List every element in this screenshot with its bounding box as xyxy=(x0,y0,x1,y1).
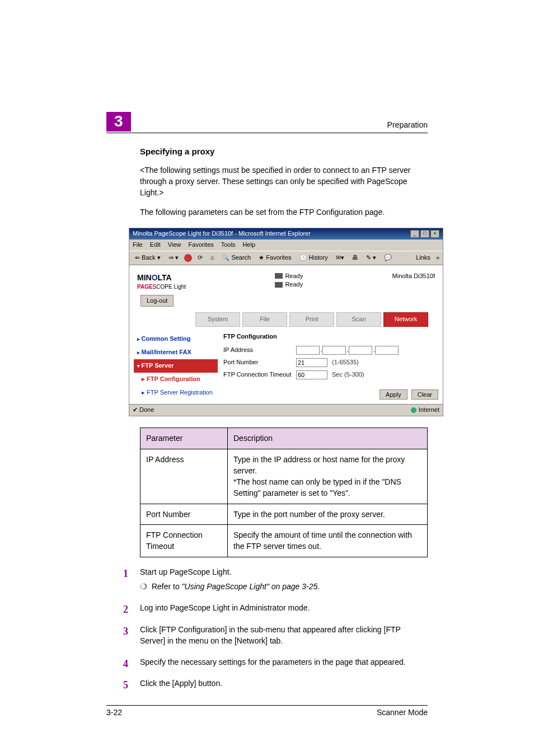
steps-list: Start up PageScope Light. Refer to "Usin… xyxy=(123,566,428,689)
table-row: FTP Connection Timeout Specify the amoun… xyxy=(140,525,428,557)
model-label: Minolta Di3510f xyxy=(392,272,435,281)
step-5: Click the [Apply] button. xyxy=(123,678,428,689)
timeout-hint: Sec (5-300) xyxy=(332,370,364,379)
tab-print[interactable]: Print xyxy=(289,312,334,327)
ip-octet-2[interactable] xyxy=(322,346,346,355)
section-heading: Specifying a proxy xyxy=(140,145,428,158)
cell-param: FTP Connection Timeout xyxy=(140,525,228,557)
port-number-label: Port Number xyxy=(223,358,296,367)
printer-icon xyxy=(275,273,283,279)
favorites-button[interactable]: ★ Favorites xyxy=(256,253,293,263)
menu-bar: File Edit View Favorites Tools Help xyxy=(129,240,443,251)
menu-favorites[interactable]: Favorites xyxy=(189,241,214,248)
footer-section: Scanner Mode xyxy=(377,708,428,717)
form-area: FTP Configuration IP Address . . . Port … xyxy=(223,332,438,400)
ip-octet-1[interactable] xyxy=(296,346,320,355)
brand-logo: MINOLTA xyxy=(137,272,186,283)
discuss-icon[interactable]: 💬 xyxy=(382,253,394,263)
table-row: IP Address Type in the IP address or hos… xyxy=(140,449,428,504)
links-chevron-icon[interactable]: » xyxy=(436,253,439,262)
menu-tools[interactable]: Tools xyxy=(221,241,236,248)
window-titlebar: Minolta PageScope Light for Di3510f - Mi… xyxy=(129,228,443,240)
cell-desc: Type in the port number of the proxy ser… xyxy=(228,504,428,524)
status-left: ✔ Done xyxy=(133,406,154,415)
home-icon[interactable]: ⌂ xyxy=(208,253,217,263)
sidebar-item-ftp-server[interactable]: FTP Server xyxy=(134,359,218,373)
step-3: Click [FTP Configuration] in the sub-men… xyxy=(123,624,428,647)
tabs: System File Print Scan Network xyxy=(195,312,438,327)
chapter-title: Preparation xyxy=(387,120,428,132)
menu-view[interactable]: View xyxy=(168,241,181,248)
logout-button[interactable]: Log-out xyxy=(140,295,174,307)
close-icon[interactable]: × xyxy=(430,230,439,238)
menu-file[interactable]: File xyxy=(133,241,143,248)
ip-address-label: IP Address xyxy=(223,346,296,355)
intro-2: The following parameters can be set from… xyxy=(140,206,428,218)
globe-icon xyxy=(411,407,416,413)
sidebar-item-mail[interactable]: Mail/Internet FAX xyxy=(134,346,218,359)
timeout-label: FTP Connection Timeout xyxy=(223,370,296,379)
port-number-input[interactable] xyxy=(296,358,327,367)
stop-icon[interactable] xyxy=(184,254,192,262)
cell-desc: Type in the IP address or host name for … xyxy=(228,449,428,504)
window-controls: _ □ × xyxy=(410,230,439,238)
status-block: Ready Ready xyxy=(275,272,303,289)
sidebar-item-ftp-reg[interactable]: ▸ FTP Server Registration xyxy=(134,386,218,400)
step-1: Start up PageScope Light. Refer to "Usin… xyxy=(123,566,428,593)
ip-octet-3[interactable] xyxy=(349,346,372,355)
cell-param: Port Number xyxy=(140,504,228,524)
status-bar: ✔ Done Internet xyxy=(129,404,443,416)
intro-1: <The following settings must be specifie… xyxy=(140,165,428,199)
port-hint: (1-65535) xyxy=(332,358,359,367)
print-icon[interactable]: 🖶 xyxy=(350,253,360,263)
menu-edit[interactable]: Edit xyxy=(150,241,161,248)
footer-page-number: 3-22 xyxy=(106,708,122,717)
search-button[interactable]: 🔍 Search xyxy=(219,253,253,263)
menu-help[interactable]: Help xyxy=(242,241,255,248)
links-label[interactable]: Links xyxy=(414,253,433,263)
form-title: FTP Configuration xyxy=(223,332,438,341)
ip-octet-4[interactable] xyxy=(375,346,399,355)
clear-button[interactable]: Clear xyxy=(411,389,438,400)
side-menu: Common Setting Mail/Internet FAX FTP Ser… xyxy=(134,332,218,400)
params-table: Parameter Description IP Address Type in… xyxy=(140,428,428,557)
table-row: Port Number Type in the port number of t… xyxy=(140,504,428,524)
sidebar-item-ftp-config[interactable]: ▸ FTP Configuration xyxy=(134,373,218,386)
th-parameter: Parameter xyxy=(140,428,228,449)
timeout-input[interactable] xyxy=(296,370,327,379)
tab-file[interactable]: File xyxy=(242,312,287,327)
pagescope-body: MINOLTA PAGESCOPE Light Log-out Ready Re… xyxy=(129,265,443,405)
step-4: Specify the necessary settings for the p… xyxy=(123,656,428,668)
window-title: Minolta PageScope Light for Di3510f - Mi… xyxy=(133,229,311,238)
edit-icon[interactable]: ✎ ▾ xyxy=(364,253,378,263)
back-button[interactable]: ⇐ Back ▾ xyxy=(133,253,163,263)
step-2: Log into PageScope Light in Administrato… xyxy=(123,602,428,613)
chapter-number: 3 xyxy=(106,112,131,132)
step-1-sub: Refer to "Using PageScope Light" on page… xyxy=(140,581,428,592)
printer-icon xyxy=(275,282,283,288)
th-description: Description xyxy=(228,428,428,449)
tab-network[interactable]: Network xyxy=(383,312,428,327)
apply-button[interactable]: Apply xyxy=(380,389,407,400)
refresh-icon[interactable]: ⟳ xyxy=(195,253,205,263)
maximize-icon[interactable]: □ xyxy=(420,230,429,238)
tab-system[interactable]: System xyxy=(195,312,240,327)
page-footer: 3-22 Scanner Mode xyxy=(106,705,428,717)
sidebar-item-common[interactable]: Common Setting xyxy=(134,332,218,346)
browser-screenshot: Minolta PageScope Light for Di3510f - Mi… xyxy=(129,228,443,416)
browser-toolbar: ⇐ Back ▾ ⇒ ▾ ⟳ ⌂ 🔍 Search ★ Favorites 🕓 … xyxy=(129,251,443,265)
forward-button[interactable]: ⇒ ▾ xyxy=(166,253,181,263)
minimize-icon[interactable]: _ xyxy=(410,230,419,238)
mail-icon[interactable]: ✉▾ xyxy=(334,253,346,263)
status-right: Internet xyxy=(411,406,439,415)
cell-desc: Specify the amount of time until the con… xyxy=(228,525,428,557)
cell-param: IP Address xyxy=(140,449,228,504)
tab-scan[interactable]: Scan xyxy=(336,312,381,327)
history-button[interactable]: 🕓 History xyxy=(297,253,330,263)
brand-subtitle: PAGESCOPE Light xyxy=(137,283,186,292)
